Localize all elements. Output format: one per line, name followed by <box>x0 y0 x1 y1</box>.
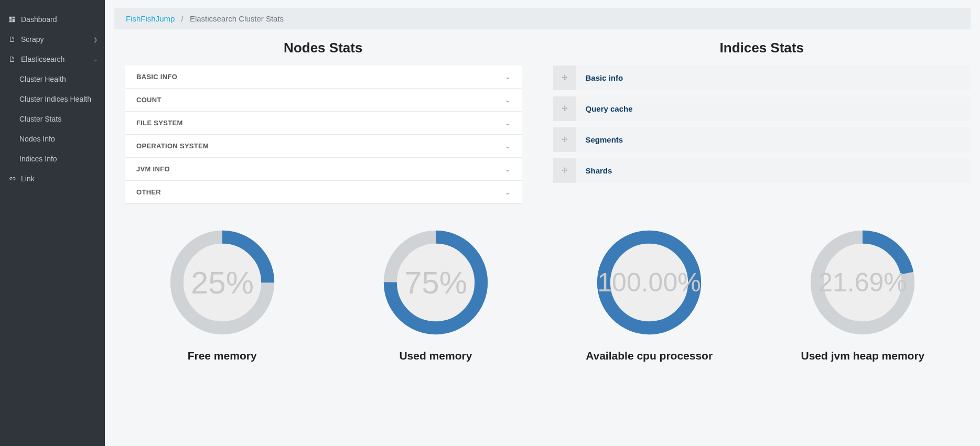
main-content: FishFishJump / Elasticsearch Cluster Sta… <box>105 0 980 446</box>
breadcrumb-current: Elasticsearch Cluster Stats <box>190 14 284 23</box>
gauge-chart: 75% <box>383 230 488 335</box>
accordion-file-system: FILE SYSTEM ⌄ <box>125 112 522 135</box>
accordion-label: OTHER <box>136 188 161 196</box>
move-icon <box>561 136 569 144</box>
gauge-available-cpu: 100.00% Available cpu processor <box>548 230 751 362</box>
gauges-row: 25% Free memory 75% Used memory <box>105 204 980 362</box>
indices-item-basic-info[interactable]: Basic info <box>553 66 971 90</box>
nodes-stats-column: Nodes Stats BASIC INFO ⌄ COUNT ⌄ <box>114 40 532 204</box>
chevron-down-icon: ⌄ <box>505 143 510 150</box>
gauge-used-memory: 75% Used memory <box>334 230 537 362</box>
drag-handle[interactable] <box>553 96 576 121</box>
gauge-label: Used memory <box>399 350 472 362</box>
chevron-down-icon: ⌄ <box>505 166 510 173</box>
indices-stats-title: Indices Stats <box>553 40 971 56</box>
sidebar-submenu-elasticsearch: Cluster Health Cluster Indices Health Cl… <box>0 69 105 169</box>
accordion-other: OTHER ⌄ <box>125 181 522 204</box>
file-icon <box>7 56 17 63</box>
accordion-label: FILE SYSTEM <box>136 119 183 127</box>
drag-handle[interactable] <box>553 127 576 152</box>
sidebar-item-label: Cluster Stats <box>19 115 61 123</box>
gauge-value: 25% <box>191 265 254 300</box>
gauge-chart: 21.69% <box>810 230 915 335</box>
gauge-label: Used jvm heap memory <box>801 350 924 362</box>
accordion-jvm-info: JVM INFO ⌄ <box>125 158 522 181</box>
move-icon <box>561 74 569 82</box>
indices-item-shards[interactable]: Shards <box>553 158 971 183</box>
file-icon <box>7 36 17 43</box>
indices-item-label: Query cache <box>576 96 971 121</box>
chevron-down-icon: ⌄ <box>505 189 510 196</box>
sidebar-item-label: Indices Info <box>19 155 57 163</box>
accordion-header-jvm-info[interactable]: JVM INFO ⌄ <box>125 158 522 180</box>
accordion-header-basic-info[interactable]: BASIC INFO ⌄ <box>125 66 522 88</box>
sidebar-item-label: Link <box>21 175 35 183</box>
chevron-down-icon: ⌄ <box>505 73 510 81</box>
chevron-down-icon: ⌄ <box>505 119 510 127</box>
sidebar-item-cluster-stats[interactable]: Cluster Stats <box>6 109 105 129</box>
gauge-label: Free memory <box>188 350 257 362</box>
accordion-count: COUNT ⌄ <box>125 89 522 112</box>
gauge-chart: 25% <box>170 230 275 335</box>
accordion-header-other[interactable]: OTHER ⌄ <box>125 181 522 203</box>
move-icon <box>561 105 569 113</box>
sidebar-item-label: Cluster Health <box>19 75 66 83</box>
accordion-header-file-system[interactable]: FILE SYSTEM ⌄ <box>125 112 522 134</box>
sidebar-item-indices-info[interactable]: Indices Info <box>6 149 105 169</box>
sidebar-item-dashboard[interactable]: Dashboard <box>0 9 105 29</box>
accordion-operation-system: OPERATION SYSTEM ⌄ <box>125 135 522 158</box>
accordion-header-operation-system[interactable]: OPERATION SYSTEM ⌄ <box>125 135 522 157</box>
sidebar: Dashboard Scrapy ❯ Elasticsearch ⌄ Clust… <box>0 0 105 446</box>
breadcrumb-separator: / <box>177 14 188 23</box>
gauge-value: 75% <box>404 265 467 300</box>
gauge-value: 21.69% <box>819 268 908 297</box>
sidebar-item-label: Dashboard <box>21 15 57 24</box>
accordion-label: OPERATION SYSTEM <box>136 142 209 150</box>
gauge-chart: 100.00% <box>597 230 702 335</box>
sidebar-item-label: Scrapy <box>21 35 44 43</box>
chevron-down-icon: ⌄ <box>505 96 510 104</box>
sidebar-item-cluster-indices-health[interactable]: Cluster Indices Health <box>6 89 105 109</box>
sidebar-item-cluster-health[interactable]: Cluster Health <box>6 69 105 89</box>
drag-handle[interactable] <box>553 158 576 183</box>
accordion-header-count[interactable]: COUNT ⌄ <box>125 89 522 111</box>
indices-item-label: Shards <box>576 158 971 183</box>
accordion-label: BASIC INFO <box>136 73 177 81</box>
indices-stats-column: Indices Stats Basic info Query cache <box>553 40 971 204</box>
gauge-free-memory: 25% Free memory <box>121 230 324 362</box>
breadcrumb-root-link[interactable]: FishFishJump <box>126 14 175 23</box>
sidebar-item-label: Elasticsearch <box>21 55 64 63</box>
indices-item-query-cache[interactable]: Query cache <box>553 96 971 121</box>
indices-item-label: Basic info <box>576 66 971 90</box>
breadcrumb: FishFishJump / Elasticsearch Cluster Sta… <box>114 8 971 29</box>
link-icon <box>7 175 17 182</box>
drag-handle[interactable] <box>553 66 576 90</box>
chevron-right-icon: ❯ <box>93 37 98 42</box>
accordion-basic-info: BASIC INFO ⌄ <box>125 66 522 89</box>
sidebar-item-link[interactable]: Link <box>0 169 105 189</box>
accordion-label: COUNT <box>136 96 161 104</box>
sidebar-item-label: Nodes Info <box>19 135 55 143</box>
sidebar-item-scrapy[interactable]: Scrapy ❯ <box>0 29 105 49</box>
nodes-stats-title: Nodes Stats <box>114 40 532 56</box>
indices-item-label: Segments <box>576 127 971 152</box>
chevron-down-icon: ⌄ <box>93 57 98 62</box>
gauge-value: 100.00% <box>597 268 701 297</box>
dashboard-icon <box>7 16 17 23</box>
gauge-jvm-heap: 21.69% Used jvm heap memory <box>761 230 964 362</box>
sidebar-item-nodes-info[interactable]: Nodes Info <box>6 129 105 149</box>
sidebar-item-label: Cluster Indices Health <box>19 95 91 103</box>
sidebar-item-elasticsearch[interactable]: Elasticsearch ⌄ <box>0 49 105 69</box>
gauge-label: Available cpu processor <box>586 350 713 362</box>
accordion-label: JVM INFO <box>136 165 170 173</box>
indices-item-segments[interactable]: Segments <box>553 127 971 152</box>
move-icon <box>561 167 569 175</box>
